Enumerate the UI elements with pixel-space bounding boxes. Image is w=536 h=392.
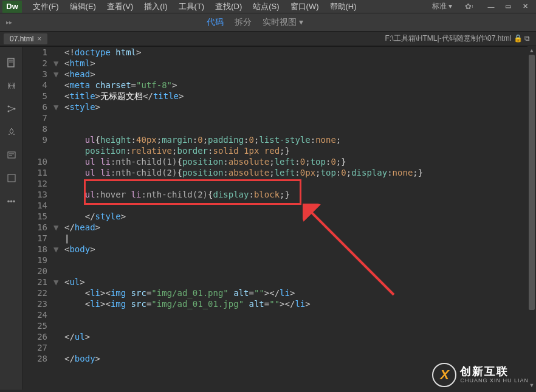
document-tab-label: 07.html xyxy=(10,35,33,43)
menu-window[interactable]: 窗口(W) xyxy=(286,0,324,13)
document-tab-bar: 07.html × F:\工具箱\HTML|-代码随意制作\07.html 🔒 … xyxy=(0,32,536,46)
view-tab-split[interactable]: 拆分 xyxy=(235,17,252,28)
left-rail: ••• xyxy=(0,47,23,390)
view-tab-code[interactable]: 代码 xyxy=(207,17,224,28)
menu-tools[interactable]: 工具(T) xyxy=(174,0,210,13)
svg-rect-6 xyxy=(8,152,15,158)
menu-file[interactable]: 文件(F) xyxy=(28,0,64,13)
close-tab-icon[interactable]: × xyxy=(37,35,41,43)
view-toolbar: ▸▸ 代码 拆分 实时视图 ▾ xyxy=(0,13,536,32)
watermark-en: CHUANG XIN HU LIAN xyxy=(460,378,529,384)
expand-icon[interactable]: ▸▸ xyxy=(6,19,12,26)
menu-help[interactable]: 帮助(H) xyxy=(325,0,362,13)
menu-find[interactable]: 查找(D) xyxy=(210,0,247,13)
css-icon[interactable] xyxy=(5,80,18,92)
maximize-button[interactable]: ▭ xyxy=(500,1,517,13)
code-editor[interactable]: 1234567891011121314151617181920212223242… xyxy=(23,47,536,390)
close-button[interactable]: ✕ xyxy=(517,1,534,13)
more-icon[interactable]: ••• xyxy=(5,195,18,207)
settings-icon[interactable]: ✿! xyxy=(463,1,475,13)
menu-edit[interactable]: 编辑(E) xyxy=(65,0,101,13)
workspace-switcher[interactable]: 标准 ▾ xyxy=(428,1,456,12)
scroll-down-icon[interactable]: ▼ xyxy=(527,381,536,390)
svg-rect-0 xyxy=(8,58,14,67)
view-tab-live[interactable]: 实时视图 ▾ xyxy=(263,17,303,28)
menu-view[interactable]: 查看(V) xyxy=(102,0,138,13)
scroll-up-icon[interactable]: ▲ xyxy=(527,46,536,55)
svg-point-4 xyxy=(9,134,10,135)
snippets-icon[interactable] xyxy=(5,149,18,161)
menubar: 文件(F) 编辑(E) 查看(V) 插入(I) 工具(T) 查找(D) 站点(S… xyxy=(28,0,428,13)
app-logo: Dw xyxy=(2,1,22,13)
minimize-button[interactable]: — xyxy=(483,1,500,13)
document-path: F:\工具箱\HTML|-代码随意制作\07.html 🔒 ⧉ xyxy=(385,33,532,44)
document-tab[interactable]: 07.html × xyxy=(4,33,47,44)
watermark-logo: X 创新互联 CHUANG XIN HU LIAN xyxy=(432,363,529,387)
readonly-icon: 🔒 ⧉ xyxy=(514,34,530,43)
watermark-badge-icon: X xyxy=(432,363,456,387)
dom-icon[interactable] xyxy=(5,103,18,115)
svg-point-5 xyxy=(13,134,15,135)
titlebar: Dw 文件(F) 编辑(E) 查看(V) 插入(I) 工具(T) 查找(D) 站… xyxy=(0,0,536,13)
menu-site[interactable]: 站点(S) xyxy=(248,0,284,13)
menu-insert[interactable]: 插入(I) xyxy=(139,0,172,13)
vertical-scrollbar[interactable]: ▲ ▼ xyxy=(527,46,536,390)
git-icon[interactable] xyxy=(5,172,18,184)
file-icon[interactable] xyxy=(5,57,18,69)
watermark-cn: 创新互联 xyxy=(460,366,529,378)
main-area: ••• 123456789101112131415161718192021222… xyxy=(0,46,536,390)
svg-rect-7 xyxy=(8,174,15,182)
scrollbar-thumb[interactable] xyxy=(529,55,535,310)
assets-icon[interactable] xyxy=(5,126,18,138)
